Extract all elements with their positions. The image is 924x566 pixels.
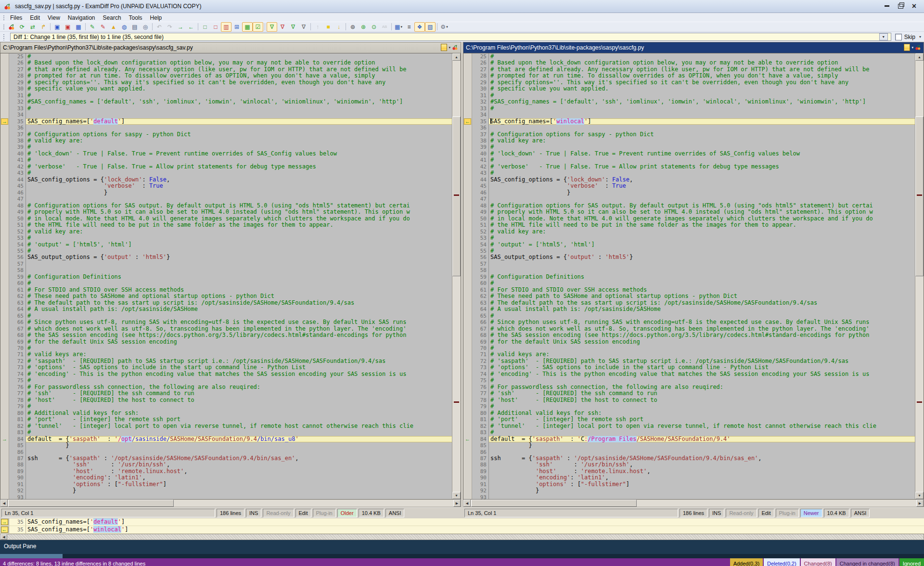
right-path-dropdown-icon[interactable]: ▾ [911, 46, 913, 50]
grid-view-icon[interactable]: ⊞ [231, 22, 242, 32]
diff-detail-scrollbar[interactable]: ◀ [0, 534, 924, 540]
undo-icon[interactable]: ↶ [154, 22, 165, 32]
copy-to-left-arrow-icon[interactable]: ← [1, 527, 8, 533]
minimize-button[interactable] [885, 5, 889, 8]
menu-view[interactable]: View [44, 14, 64, 22]
show-first-only-icon[interactable]: □ [200, 22, 210, 32]
current-diff-field[interactable]: Diff 1: Change 1 line (35, first file) t… [10, 33, 891, 41]
find-next-icon[interactable]: ⊛ [358, 22, 369, 32]
detail-scroll-left-icon[interactable]: ◀ [0, 534, 7, 540]
right-vscroll-thumb[interactable] [915, 116, 924, 276]
menu-navigation[interactable]: Navigation [64, 14, 99, 22]
synchronized-scrolling-icon[interactable]: ▦ [242, 22, 253, 32]
copy-to-left-arrow-icon[interactable]: ← [465, 437, 470, 442]
right-horizontal-scrollbar[interactable]: ◀ ▶ [463, 500, 924, 507]
left-vertical-scrollbar[interactable]: ▲ ▼ [452, 53, 461, 499]
diff-marker-gutter[interactable]: ← [463, 436, 472, 442]
skip-checkbox[interactable] [895, 34, 902, 40]
left-editor[interactable]: 25#26# Based upon the lock_down configur… [0, 53, 461, 500]
right-scroll-left-icon[interactable]: ◀ [463, 500, 471, 507]
copy-to-right-arrow-icon[interactable]: → [2, 437, 7, 442]
diff-detail-gutter[interactable]: → [0, 518, 9, 526]
print-icon[interactable]: ▤ [129, 22, 140, 32]
save-first-file-icon[interactable]: ▣ [52, 22, 63, 32]
line-details-icon[interactable]: ≡ [404, 22, 414, 32]
current-diff-icon[interactable]: ■ [323, 22, 334, 32]
diffbar-grip[interactable] [2, 33, 5, 40]
left-path-dropdown-icon[interactable]: ▾ [449, 46, 450, 50]
previous-diff-icon[interactable]: ↑ [312, 22, 323, 32]
current-diff-marker[interactable]: → [1, 118, 8, 125]
menu-search[interactable]: Search [99, 14, 125, 22]
left-scroll-right-icon[interactable]: ▶ [453, 500, 461, 507]
left-scroll-up-icon[interactable]: ▲ [452, 53, 461, 61]
show-statistics-icon[interactable]: ☑ [253, 22, 263, 32]
diff-marker-gutter[interactable]: ← [463, 118, 472, 125]
next-diff-icon[interactable]: ↓ [334, 22, 344, 32]
save-second-file-icon[interactable]: ▣ [63, 22, 73, 32]
show-all-diffs-filter-icon[interactable]: ∇ [267, 22, 277, 32]
search-filter-icon[interactable]: ∇ [298, 22, 309, 32]
right-compare-icon[interactable] [915, 44, 921, 51]
copy-block-to-first-icon[interactable]: ← [186, 22, 196, 32]
swap-panes-icon[interactable]: ⇄ [27, 22, 38, 32]
open-files-icon[interactable]: ↱ [38, 22, 49, 32]
show-second-only-icon[interactable]: □ [210, 22, 221, 32]
left-scroll-left-icon[interactable]: ◀ [0, 500, 8, 507]
print-preview-icon[interactable]: ◎ [140, 22, 151, 32]
find-previous-icon[interactable]: ⊙ [369, 22, 379, 32]
left-file-path-header[interactable]: C:\Program Files\Python\Python37\Lib\sit… [0, 42, 461, 53]
right-hscroll-thumb[interactable] [471, 500, 637, 507]
menu-help[interactable]: Help [146, 14, 166, 22]
redo-icon[interactable]: ↷ [165, 22, 175, 32]
match-case-icon[interactable]: AB [379, 22, 390, 32]
right-editor[interactable]: 25#26# Based upon the lock_down configur… [463, 53, 924, 500]
left-copy-path-icon[interactable] [441, 44, 447, 51]
copy-to-left-arrow-icon[interactable]: ← [465, 119, 470, 124]
view-options-icon[interactable]: ▦▾ [393, 22, 404, 32]
left-hscroll-thumb[interactable] [8, 500, 174, 507]
menu-edit[interactable]: Edit [26, 14, 44, 22]
save-both-files-icon[interactable]: ▦ [73, 22, 84, 32]
edit-second-file-icon[interactable]: ✎ [98, 22, 108, 32]
left-compare-icon[interactable] [452, 44, 458, 51]
left-horizontal-scrollbar[interactable]: ◀ ▶ [0, 500, 461, 507]
publish-report-icon[interactable]: ◍ [119, 22, 129, 32]
editor-options-icon[interactable]: ▧ [425, 22, 436, 32]
diff-detail-gutter[interactable]: ← [0, 526, 9, 533]
left-scroll-down-icon[interactable]: ▼ [452, 492, 461, 499]
menu-files[interactable]: Files [6, 14, 26, 22]
current-diff-marker[interactable]: ← [464, 118, 471, 125]
right-file-path-header[interactable]: C:\Program Files\Python\Python37\Lib\sit… [463, 42, 924, 53]
split-view-icon[interactable]: ▥ [221, 22, 231, 32]
output-pane-tab[interactable] [0, 554, 63, 558]
save-as-icon[interactable]: ▲ [108, 22, 119, 32]
right-vertical-scrollbar[interactable]: ▲ ▼ [915, 53, 924, 499]
settings-icon[interactable]: ⚙▾ [439, 22, 449, 32]
diff-list-dropdown[interactable]: ▼ [879, 33, 888, 40]
left-vscroll-thumb[interactable] [452, 116, 461, 276]
copy-to-right-arrow-icon[interactable]: → [2, 119, 7, 124]
right-scroll-up-icon[interactable]: ▲ [915, 53, 924, 61]
diff-marker-gutter[interactable]: → [0, 118, 9, 125]
restore-button[interactable] [898, 4, 903, 9]
compare-files-icon[interactable] [6, 22, 17, 32]
detail-scroll-track[interactable] [7, 534, 924, 540]
plugins-icon[interactable]: ❖ [414, 22, 425, 32]
toolbar-grip[interactable] [2, 24, 5, 30]
diff-marker-gutter[interactable]: → [0, 436, 9, 442]
find-icon[interactable]: ⊚ [347, 22, 358, 32]
hide-added-filter-icon[interactable]: ∇ [288, 22, 298, 32]
copy-block-to-second-icon[interactable]: → [175, 22, 186, 32]
recompare-icon[interactable]: ⟳ [17, 22, 27, 32]
edit-first-file-icon[interactable]: ✎ [87, 22, 98, 32]
menu-tools[interactable]: Tools [125, 14, 146, 22]
diffbar-overflow-chevron[interactable]: ▾ [919, 35, 921, 39]
copy-to-right-arrow-icon[interactable]: → [1, 519, 8, 525]
right-scroll-down-icon[interactable]: ▼ [915, 492, 924, 499]
hide-deleted-filter-icon[interactable]: ∇ [277, 22, 288, 32]
close-button[interactable]: × [912, 3, 916, 9]
right-copy-path-icon[interactable] [904, 44, 910, 51]
menubar-grip[interactable] [2, 14, 5, 21]
right-scroll-right-icon[interactable]: ▶ [916, 500, 924, 507]
